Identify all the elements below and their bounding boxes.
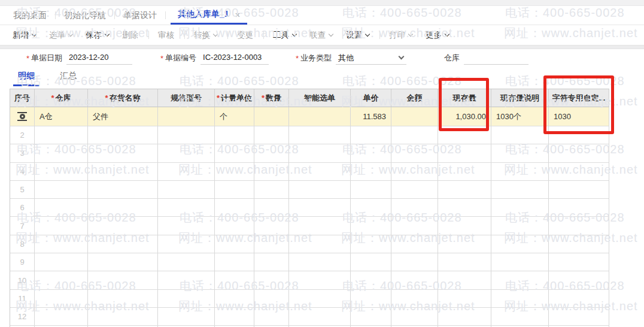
empty-cell-4[interactable] [215,235,254,253]
document-number-field-value[interactable]: IC-2023-12-0003 [201,52,269,65]
empty-cell-2[interactable] [88,271,158,289]
empty-cell-4[interactable] [215,308,254,326]
empty-cell-8[interactable] [391,253,438,271]
empty-cell-1[interactable] [35,126,88,144]
empty-cell-2[interactable] [88,126,158,144]
empty-cell-6[interactable] [289,163,351,181]
empty-cell-5[interactable] [254,144,289,162]
empty-cell-5[interactable] [254,126,289,144]
empty-cell-7[interactable] [351,199,391,217]
empty-cell-8[interactable] [391,144,438,162]
empty-cell-8[interactable] [391,181,438,199]
empty-cell-8[interactable] [391,217,438,235]
empty-cell-9[interactable] [438,163,491,181]
empty-cell-2[interactable] [88,235,158,253]
toolbar-button-6[interactable]: 变更 [234,30,256,41]
empty-cell-8[interactable] [391,271,438,289]
empty-cell-11[interactable] [549,163,609,181]
toolbar-button-1[interactable]: 选单 [46,30,75,41]
empty-cell-3[interactable] [158,290,215,308]
empty-cell-10[interactable] [491,163,549,181]
empty-cell-1[interactable] [35,181,88,199]
row-cell-0[interactable] [10,107,35,126]
empty-cell-5[interactable] [254,308,289,326]
empty-cell-3[interactable] [158,235,215,253]
empty-cell-1[interactable] [35,290,88,308]
tab-summary[interactable]: 汇总 [55,67,81,86]
toolbar-button-4[interactable]: 审核 [155,30,177,41]
empty-cell-11[interactable] [549,271,609,289]
empty-cell-1[interactable] [35,199,88,217]
empty-cell-8[interactable] [391,235,438,253]
empty-cell-4[interactable] [215,163,254,181]
empty-cell-6[interactable] [289,290,351,308]
empty-cell-5[interactable] [254,199,289,217]
empty-cell-7[interactable] [351,308,391,326]
empty-cell-2[interactable] [88,199,158,217]
row-cell-5[interactable] [254,107,289,126]
empty-cell-10[interactable] [491,199,549,217]
empty-cell-2[interactable] [88,290,158,308]
empty-cell-5[interactable] [254,181,289,199]
row-cell-4[interactable]: 个 [215,107,254,126]
empty-cell-3[interactable] [158,253,215,271]
empty-cell-1[interactable] [35,144,88,162]
empty-cell-1[interactable] [35,163,88,181]
empty-cell-7[interactable] [351,271,391,289]
empty-cell-11[interactable] [549,217,609,235]
empty-cell-1[interactable] [35,217,88,235]
empty-cell-8[interactable] [391,199,438,217]
empty-cell-3[interactable] [158,126,215,144]
empty-cell-10[interactable] [491,308,549,326]
empty-cell-11[interactable] [549,126,609,144]
empty-cell-9[interactable] [438,181,491,199]
empty-cell-5[interactable] [254,217,289,235]
tab-1[interactable]: 初始化导航 [60,6,110,25]
empty-cell-11[interactable] [549,308,609,326]
empty-cell-5[interactable] [254,163,289,181]
empty-cell-8[interactable] [391,126,438,144]
empty-cell-4[interactable] [215,181,254,199]
empty-cell-6[interactable] [289,126,351,144]
empty-cell-1[interactable] [35,271,88,289]
toolbar-button-9[interactable]: 设置 [343,30,372,41]
empty-cell-5[interactable] [254,235,289,253]
empty-cell-6[interactable] [289,271,351,289]
empty-cell-2[interactable] [88,163,158,181]
empty-cell-3[interactable] [158,163,215,181]
empty-cell-4[interactable] [215,217,254,235]
toolbar-button-8[interactable]: 联查 [306,30,336,41]
toolbar-button-10[interactable]: 打印 [386,30,415,41]
document-date-field-value[interactable]: 2023-12-20 [66,52,132,65]
empty-cell-7[interactable] [351,235,391,253]
empty-cell-11[interactable] [549,253,609,271]
empty-cell-5[interactable] [254,253,289,271]
empty-cell-1[interactable] [35,253,88,271]
empty-cell-8[interactable] [391,290,438,308]
empty-cell-6[interactable] [289,199,351,217]
empty-cell-9[interactable] [438,271,491,289]
empty-cell-4[interactable] [215,126,254,144]
empty-cell-3[interactable] [158,217,215,235]
empty-cell-9[interactable] [438,290,491,308]
empty-cell-6[interactable] [289,181,351,199]
empty-cell-4[interactable] [215,253,254,271]
toolbar-button-11[interactable]: 更多 [423,30,452,41]
tab-detail[interactable]: 明细 [13,67,40,86]
empty-cell-11[interactable] [549,181,609,199]
empty-cell-10[interactable] [491,217,549,235]
empty-cell-6[interactable] [289,308,351,326]
empty-cell-9[interactable] [438,126,491,144]
empty-cell-9[interactable] [438,199,491,217]
empty-cell-11[interactable] [549,235,609,253]
empty-cell-7[interactable] [351,253,391,271]
empty-cell-4[interactable] [215,144,254,162]
tab-0[interactable]: 我的桌面 [10,6,50,25]
empty-cell-10[interactable] [491,126,549,144]
toolbar-button-0[interactable]: 新增 [10,30,39,41]
row-query-gear-icon[interactable] [17,112,27,121]
empty-cell-9[interactable] [438,217,491,235]
empty-cell-6[interactable] [289,235,351,253]
empty-cell-6[interactable] [289,217,351,235]
empty-cell-9[interactable] [438,253,491,271]
